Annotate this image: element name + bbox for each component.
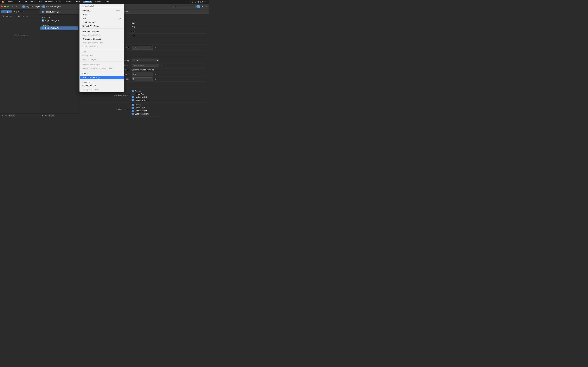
stage-all-label: Stage All Changes xyxy=(82,30,99,33)
menubar-view[interactable]: View xyxy=(30,1,35,3)
menu-item-fetch-changes[interactable]: Fetch Changes xyxy=(80,20,124,24)
unstage-selected-label: Unstage Selected Files xyxy=(82,42,103,44)
commit-label: Commit... xyxy=(82,10,91,12)
menu-item-unstage-all[interactable]: Unstage All Changes xyxy=(80,37,124,41)
unstage-all-label: Unstage All Changes xyxy=(82,38,101,40)
pull-label: Pull... xyxy=(82,17,87,20)
menu-item-commit[interactable]: Commit... ⌥⌘C xyxy=(80,9,124,13)
xcode-cloud-header: Xcode Cloud xyxy=(80,81,124,84)
menubar-edit[interactable]: Edit xyxy=(23,1,27,3)
mark-resolved-label: Mark as Resolved xyxy=(82,45,98,48)
sep5 xyxy=(80,80,124,80)
menu-item-refresh-file-status[interactable]: Refresh File Status xyxy=(80,24,124,28)
menu-item-clone[interactable]: Clone... xyxy=(80,72,124,75)
stash-changes-label: Stash Changes... xyxy=(82,58,98,60)
add-label: Add xyxy=(82,51,86,53)
menu-item-push[interactable]: Push... xyxy=(80,13,124,17)
menu-item-manage-workflows: Manage Workflows... xyxy=(80,88,124,92)
menubar: 🍎 Xcode File Edit View Find Navigate Edi… xyxy=(0,0,209,4)
menubar-time: 1월 4일 (목) 오후 10:36 xyxy=(190,1,208,3)
menubar-window[interactable]: Window xyxy=(94,1,102,3)
menu-item-stage-selected: Stage Selected Files xyxy=(80,33,124,37)
cherry-pick-label: Cherry-Pick... xyxy=(82,54,95,57)
source-control-header: Source Control xyxy=(80,4,124,8)
menu-item-cherry-pick: Cherry-Pick... xyxy=(80,54,124,58)
menubar-file[interactable]: File xyxy=(16,1,20,3)
dropdown-menu: Source Control Commit... ⌥⌘C Push... Pul… xyxy=(79,4,124,92)
menubar-help[interactable]: Help xyxy=(104,1,110,3)
menu-item-discard-all: Discard All Changes... xyxy=(80,63,124,67)
menubar-debug[interactable]: Debug xyxy=(74,1,81,3)
manage-workflows-label: Manage Workflows... xyxy=(82,88,101,91)
menu-item-add: Add xyxy=(80,50,124,54)
source-control-separator xyxy=(80,8,124,8)
discard-all-label: Discard All Changes... xyxy=(82,63,102,66)
menubar-editor[interactable]: Editor xyxy=(56,1,62,3)
stage-selected-label: Stage Selected Files xyxy=(82,34,101,36)
menu-item-new-git-repo[interactable]: New Git Repository... xyxy=(80,75,124,79)
menu-item-unstage-selected: Unstage Selected Files xyxy=(80,41,124,45)
create-workflow-label: Create Workflow... xyxy=(82,84,99,87)
new-git-repo-label: New Git Repository... xyxy=(82,76,101,79)
menubar-navigate[interactable]: Navigate xyxy=(45,1,53,3)
sep4 xyxy=(80,71,124,71)
clone-label: Clone... xyxy=(82,73,89,75)
menubar-product[interactable]: Product xyxy=(64,1,72,3)
pull-shortcut: ⌥⌘X xyxy=(116,17,121,19)
menu-item-stash-changes: Stash Changes... xyxy=(80,58,124,61)
menu-item-mark-resolved: Mark as Resolved xyxy=(80,45,124,49)
menubar-find[interactable]: Find xyxy=(37,1,42,3)
fetch-changes-label: Fetch Changes xyxy=(82,21,96,23)
discard-selected-label: Discard Changes in Selected Files... xyxy=(82,67,114,70)
menu-item-pull[interactable]: Pull... ⌥⌘X xyxy=(80,17,124,20)
refresh-file-status-label: Refresh File Status xyxy=(82,25,99,27)
menubar-right: 1월 4일 (목) 오후 10:36 xyxy=(190,1,208,3)
apple-menu[interactable]: 🍎 xyxy=(1,1,5,3)
dropdown-overlay[interactable]: Source Control Commit... ⌥⌘C Push... Pul… xyxy=(0,0,209,117)
commit-shortcut: ⌥⌘C xyxy=(116,10,121,12)
sep2 xyxy=(80,49,124,49)
menu-item-discard-selected: Discard Changes in Selected Files... xyxy=(80,67,124,70)
menubar-xcode[interactable]: Xcode xyxy=(8,1,14,3)
sep3 xyxy=(80,62,124,62)
push-label: Push... xyxy=(82,13,88,16)
menu-item-create-workflow[interactable]: Create Workflow... xyxy=(80,84,124,88)
menubar-integrate[interactable]: Integrate xyxy=(83,1,92,3)
menu-item-stage-all[interactable]: Stage All Changes xyxy=(80,29,124,33)
